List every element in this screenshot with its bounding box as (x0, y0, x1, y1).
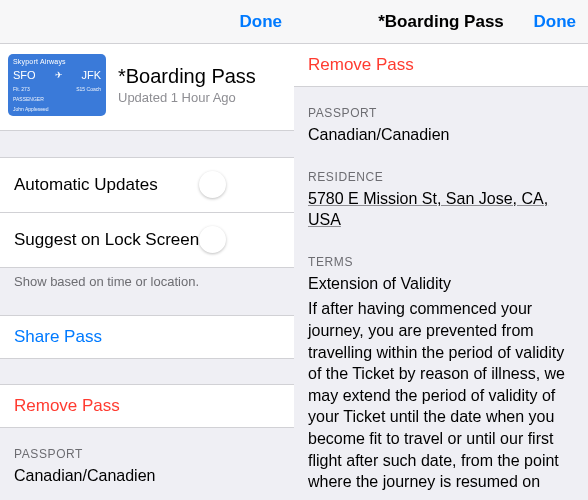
updated-time: Updated 1 Hour Ago (118, 90, 256, 105)
pass-header: Skyport Airways SFO ✈ JFK Flt. 273 S15 C… (0, 44, 294, 131)
passport-value: Canadian/Canadien (294, 124, 588, 150)
done-button[interactable]: Done (240, 12, 283, 32)
seat-class: S15 Coach (76, 86, 101, 92)
automatic-updates-row: Automatic Updates (0, 157, 294, 213)
remove-pass-button[interactable]: Remove Pass (294, 44, 588, 87)
passenger-name: John Appleseed (13, 106, 101, 112)
remove-pass-button[interactable]: Remove Pass (0, 384, 294, 428)
share-pass-button[interactable]: Share Pass (0, 315, 294, 359)
airplane-icon: ✈ (55, 70, 63, 80)
passport-label: PASSPORT (294, 86, 588, 124)
passenger-label: PASSENGER (13, 96, 44, 102)
lock-screen-footnote: Show based on time or location. (0, 267, 294, 289)
pass-details-pane: *Boarding Pass Done Remove Pass PASSPORT… (294, 0, 588, 500)
navbar: *Boarding Pass Done (294, 0, 588, 44)
passport-value: Canadian/Canadien (0, 465, 294, 491)
navbar: Done (0, 0, 294, 44)
residence-value[interactable]: 5780 E Mission St, San Jose, CA, USA (294, 188, 588, 235)
terms-body: If after having commenced your journey, … (294, 298, 588, 500)
airline-name: Skyport Airways (13, 58, 101, 65)
done-button[interactable]: Done (534, 12, 577, 32)
residence-label: RESIDENCE (294, 150, 588, 188)
terms-heading: Extension of Validity (294, 273, 588, 299)
destination-code: JFK (81, 69, 101, 81)
lock-screen-row: Suggest on Lock Screen (0, 212, 294, 268)
origin-code: SFO (13, 69, 36, 81)
passport-label: PASSPORT (0, 427, 294, 465)
page-title: *Boarding Pass (118, 65, 256, 88)
flight-number: Flt. 273 (13, 86, 30, 92)
pass-settings-pane: Done Skyport Airways SFO ✈ JFK Flt. 273 … (0, 0, 294, 500)
terms-label: TERMS (294, 235, 588, 273)
lock-screen-label: Suggest on Lock Screen (14, 230, 199, 250)
automatic-updates-label: Automatic Updates (14, 175, 158, 195)
boarding-pass-thumbnail[interactable]: Skyport Airways SFO ✈ JFK Flt. 273 S15 C… (8, 54, 106, 116)
